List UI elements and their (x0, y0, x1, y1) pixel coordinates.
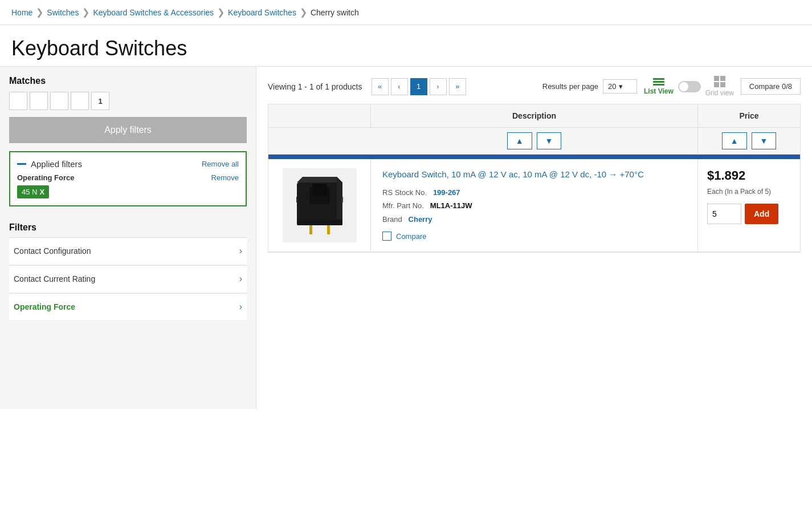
svg-rect-5 (297, 220, 342, 225)
match-box-2 (30, 92, 48, 110)
results-per-page: Results per page 20 ▾ (542, 79, 637, 94)
product-mfr-row: Mfr. Part No. ML1A-11JW (382, 199, 686, 212)
list-view-button[interactable]: List View (644, 78, 674, 95)
add-to-cart-button[interactable]: Add (745, 204, 778, 224)
sort-area: ▲ ▼ ▲ ▼ (268, 128, 800, 155)
list-view-icon (653, 78, 664, 86)
matches-boxes: 1 (9, 92, 247, 110)
breadcrumb-switches[interactable]: Switches (47, 8, 79, 17)
product-price-cell: $1.892 Each (In a Pack of 5) Add (697, 159, 800, 252)
breadcrumb-keyboard-accessories[interactable]: Keyboard Switches & Accessories (93, 8, 214, 17)
applied-filter-remove-link[interactable]: Remove (211, 173, 239, 182)
filter-item-operating-force[interactable]: Operating Force › (9, 293, 247, 320)
product-rs-stock-row: RS Stock No. 199-267 (382, 186, 686, 199)
main-layout: Matches 1 Apply filters Applied filters … (0, 67, 812, 409)
viewing-text: Viewing 1 - 1 of 1 products (268, 82, 362, 91)
svg-rect-6 (309, 225, 312, 234)
applied-filter-name: Operating Force (17, 173, 74, 182)
remove-all-link[interactable]: Remove all (202, 160, 239, 168)
product-title-link[interactable]: Keyboard Switch, 10 mA @ 12 V ac, 10 mA … (382, 169, 644, 179)
match-box-1 (9, 92, 27, 110)
rs-stock-number[interactable]: 199-267 (433, 188, 460, 197)
sort-desc-desc-button[interactable]: ▼ (537, 132, 562, 149)
sort-price-area: ▲ ▼ (697, 128, 800, 154)
filter-tag-value: 45 N (22, 188, 37, 196)
breadcrumb-separator: ❯ (217, 7, 225, 18)
filter-item-contact-current-rating[interactable]: Contact Current Rating › (9, 265, 247, 292)
product-image[interactable] (283, 168, 357, 242)
rs-stock-label: RS Stock No. (382, 188, 427, 197)
breadcrumb-separator: ❯ (82, 7, 89, 18)
applied-filter-tag: 45 N X (17, 185, 49, 198)
results-header: Viewing 1 - 1 of 1 products « ‹ 1 › » Re… (268, 76, 801, 97)
product-image-cell (268, 159, 371, 252)
content-area: Viewing 1 - 1 of 1 products « ‹ 1 › » Re… (256, 67, 812, 409)
sidebar: Matches 1 Apply filters Applied filters … (0, 67, 256, 409)
page-title: Keyboard Switches (0, 25, 812, 67)
view-toggle-switch[interactable] (678, 81, 701, 92)
product-desc-cell: Keyboard Switch, 10 mA @ 12 V ac, 10 mA … (371, 159, 697, 252)
product-compare-label[interactable]: Compare (396, 232, 426, 241)
applied-filters-box: Applied filters Remove all Operating For… (9, 151, 247, 206)
svg-marker-2 (337, 177, 342, 225)
product-meta: RS Stock No. 199-267 Mfr. Part No. ML1A-… (382, 186, 686, 226)
match-box-3 (50, 92, 68, 110)
price-qty-row: Add (707, 204, 778, 224)
pagination-prev[interactable]: ‹ (391, 78, 408, 95)
breadcrumb: Home ❯ Switches ❯ Keyboard Switches & Ac… (0, 0, 812, 25)
product-price: $1.892 (707, 168, 745, 183)
svg-marker-1 (297, 177, 342, 183)
pagination-current[interactable]: 1 (410, 78, 427, 95)
sort-desc-icon: ▼ (545, 136, 553, 145)
rpp-select[interactable]: 20 ▾ (603, 79, 637, 94)
pagination-controls: « ‹ 1 › » (372, 78, 466, 95)
rpp-label: Results per page (542, 82, 598, 91)
sort-desc-asc-button[interactable]: ▲ (507, 132, 532, 149)
brand-link[interactable]: Cherry (409, 215, 432, 224)
product-image-svg (285, 171, 354, 240)
list-view-label: List View (644, 87, 674, 95)
sort-desc-area: ▲ ▼ (371, 128, 697, 154)
quantity-input[interactable] (707, 204, 741, 224)
sort-price-desc-icon: ▼ (760, 136, 768, 145)
matches-section: Matches 1 Apply filters (9, 76, 247, 143)
chevron-right-active-icon: › (239, 302, 242, 312)
filter-item-label-contact-current-rating: Contact Current Rating (14, 274, 95, 283)
mfr-part-label: Mfr. Part No. (382, 201, 424, 210)
applied-filter-row: Operating Force Remove (17, 173, 239, 182)
sort-price-asc-button[interactable]: ▲ (722, 132, 747, 149)
sort-image-spacer (268, 128, 371, 154)
table-header-row: Description Price (268, 104, 800, 128)
breadcrumb-separator: ❯ (36, 7, 43, 18)
results-right: Results per page 20 ▾ List View (542, 76, 801, 97)
rpp-dropdown-icon: ▾ (619, 82, 623, 91)
applied-filters-title: Applied filters (17, 159, 82, 169)
rpp-value: 20 (608, 82, 616, 91)
sort-price-asc-icon: ▲ (731, 136, 738, 145)
grid-view-button[interactable]: Grid view (705, 76, 734, 97)
brand-label: Brand (382, 215, 402, 224)
apply-filters-button[interactable]: Apply filters (9, 117, 247, 143)
sort-price-desc-button[interactable]: ▼ (752, 132, 777, 149)
breadcrumb-separator: ❯ (300, 7, 307, 18)
svg-rect-7 (327, 225, 330, 234)
table-row: Keyboard Switch, 10 mA @ 12 V ac, 10 mA … (268, 159, 800, 252)
chevron-right-icon: › (239, 274, 242, 284)
product-row-stripe (268, 155, 800, 159)
breadcrumb-current: Cherry switch (311, 8, 359, 17)
pagination-first[interactable]: « (372, 78, 389, 95)
filter-item-label-operating-force: Operating Force (14, 302, 75, 311)
breadcrumb-home[interactable]: Home (11, 8, 32, 17)
filters-section: Filters Contact Configuration › Contact … (9, 216, 247, 320)
filter-tag-remove-icon[interactable]: X (39, 188, 44, 196)
product-price-each: Each (In a Pack of 5) (707, 188, 771, 196)
compare-button[interactable]: Compare 0/8 (741, 78, 801, 95)
pagination-next[interactable]: › (430, 78, 447, 95)
product-compare-checkbox[interactable] (382, 232, 391, 241)
filter-item-contact-configuration[interactable]: Contact Configuration › (9, 237, 247, 264)
breadcrumb-keyboard-switches[interactable]: Keyboard Switches (228, 8, 296, 17)
svg-rect-4 (312, 184, 327, 196)
pagination-last[interactable]: » (449, 78, 466, 95)
th-image (268, 104, 371, 128)
applied-filters-label: Applied filters (31, 159, 82, 169)
